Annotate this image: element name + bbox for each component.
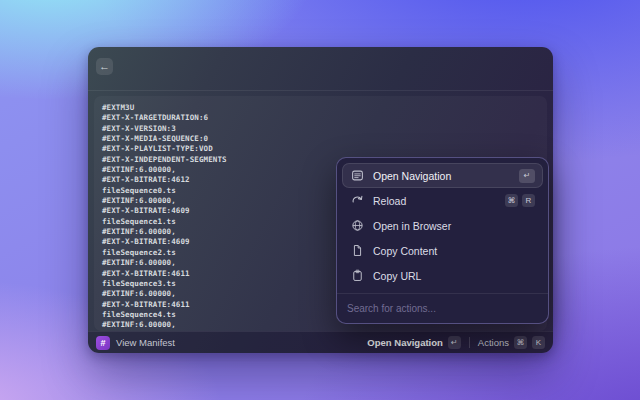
menu-item-copy-content[interactable]: Copy Content [342, 238, 543, 263]
desktop-background: ← #EXTM3U#EXT-X-TARGETDURATION:6#EXT-X-V… [0, 0, 640, 400]
back-button[interactable]: ← [96, 58, 113, 75]
window-header: ← [88, 47, 553, 91]
key-badge: ↵ [519, 169, 535, 183]
return-key-badge: ↵ [448, 336, 461, 349]
menu-item-open-navigation[interactable]: Open Navigation↵ [342, 163, 543, 188]
actions-search-input[interactable] [341, 303, 544, 314]
actions-button[interactable]: Actions ⌘ K [478, 336, 545, 349]
manifest-line: #EXTM3U [102, 103, 539, 113]
key-badge: ⌘ [505, 194, 518, 207]
actions-search-row [337, 293, 548, 323]
menu-item-copy-url[interactable]: Copy URL [342, 263, 543, 288]
menu-item-label: Open Navigation [373, 170, 451, 182]
menu-item-label: Open in Browser [373, 220, 451, 232]
extension-title: View Manifest [116, 337, 175, 348]
menu-item-shortcut: ⌘R [505, 194, 535, 207]
bottom-bar-right: Open Navigation ↵ Actions ⌘ K [367, 336, 545, 349]
manifest-line: #EXT-X-PLAYLIST-TYPE:VOD [102, 144, 539, 154]
menu-item-reload[interactable]: Reload⌘R [342, 188, 543, 213]
manifest-line: #EXT-X-TARGETDURATION:6 [102, 113, 539, 123]
k-key-badge: K [532, 336, 545, 349]
primary-action-label: Open Navigation [367, 337, 442, 348]
menu-item-label: Copy URL [373, 270, 421, 282]
manifest-line: #EXT-X-VERSION:3 [102, 124, 539, 134]
menu-item-label: Reload [373, 195, 406, 207]
clipboard-icon [350, 269, 364, 283]
actions-menu-list: Open Navigation↵Reload⌘ROpen in BrowserC… [337, 158, 548, 293]
actions-label: Actions [478, 337, 509, 348]
menu-item-shortcut: ↵ [519, 169, 535, 183]
bottom-bar: # View Manifest Open Navigation ↵ Action… [88, 331, 553, 353]
hash-glyph: # [100, 338, 105, 348]
bar-divider [469, 337, 470, 348]
extension-hash-icon: # [96, 336, 110, 350]
manifest-line: #EXT-X-MEDIA-SEQUENCE:0 [102, 134, 539, 144]
primary-action-button[interactable]: Open Navigation ↵ [367, 336, 460, 349]
cmd-key-badge: ⌘ [514, 336, 527, 349]
key-badge: R [522, 194, 535, 207]
back-arrow-icon: ← [99, 61, 110, 72]
menu-item-open-in-browser[interactable]: Open in Browser [342, 213, 543, 238]
globe-icon [350, 219, 364, 233]
document-icon [350, 244, 364, 258]
menu-item-label: Copy Content [373, 245, 437, 257]
navigation-list-icon [350, 169, 364, 183]
reload-icon [350, 194, 364, 208]
actions-menu: Open Navigation↵Reload⌘ROpen in BrowserC… [336, 157, 549, 324]
